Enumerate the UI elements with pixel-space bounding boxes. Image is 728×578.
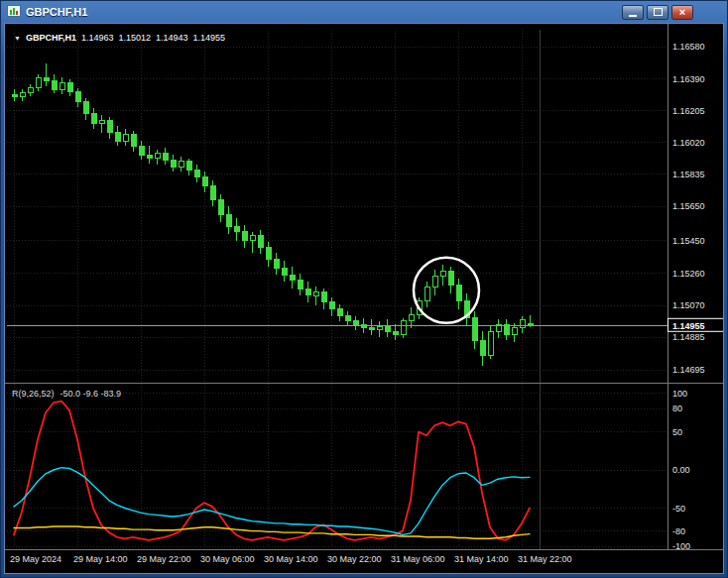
price-tick-label: 1.15260 <box>672 269 705 279</box>
price-tick-label: 1.15835 <box>672 170 705 179</box>
candle-body <box>52 81 57 90</box>
oscillator-tick-label: 80 <box>672 404 682 413</box>
candle-body <box>44 77 49 81</box>
price-tick-label: 1.16205 <box>672 106 705 116</box>
time-axis-label: 31 May 06:00 <box>391 554 445 564</box>
candle-body <box>226 215 231 227</box>
oscillator-lines <box>14 402 530 540</box>
price-tick-label: 1.16390 <box>672 74 705 84</box>
ohlc-close-value: 1.14955 <box>193 33 226 43</box>
candle-body <box>210 185 215 199</box>
grid-lines <box>7 30 667 549</box>
price-tick-label: 1.16580 <box>672 42 705 52</box>
chart-plot[interactable]: 1.165801.163901.162051.160201.158351.156… <box>5 24 724 574</box>
candle-body <box>234 227 239 232</box>
candle-body <box>123 134 128 141</box>
time-axis-label: 30 May 22:00 <box>327 554 382 564</box>
candle-body <box>186 162 191 171</box>
candle-body <box>393 331 398 335</box>
candle-body <box>504 324 509 334</box>
oscillator-tick-label: 50 <box>672 427 682 437</box>
candle-body <box>480 340 485 356</box>
candle-body <box>274 260 279 269</box>
candle-body <box>512 328 517 335</box>
candle-body <box>472 318 477 341</box>
candle-body <box>99 120 104 124</box>
candle-body <box>139 146 144 155</box>
candle-body <box>425 287 429 300</box>
price-tick-label: 1.16020 <box>672 138 705 148</box>
candle-body <box>488 331 493 355</box>
indicator-values: -50.0 -9.6 -83.9 <box>61 389 122 399</box>
candle-body <box>337 309 342 316</box>
time-axis-label: 31 May 14:00 <box>454 554 509 564</box>
oscillator-tick-label: 100 <box>672 389 687 399</box>
candle-body <box>409 314 414 321</box>
restore-button[interactable] <box>647 5 668 20</box>
time-axis-label: 29 May 2024 <box>10 554 61 564</box>
ohlc-low-value: 1.14943 <box>156 33 188 43</box>
collapse-arrow-icon[interactable]: ▼ <box>14 35 21 42</box>
chart-symbol-label: GBPCHF,H1 <box>26 33 76 43</box>
candle-body <box>250 235 255 240</box>
chart-client-area: 1.165801.163901.162051.160201.158351.156… <box>4 23 724 574</box>
candle-body <box>60 82 64 89</box>
price-tick-label: 1.14695 <box>672 365 705 375</box>
candle-body <box>313 292 318 296</box>
candle-body <box>20 93 25 97</box>
candle-body <box>194 171 199 177</box>
oscillator-tick-label: -50 <box>672 504 685 514</box>
candle-body <box>28 88 33 93</box>
candle-body <box>115 133 120 142</box>
candle-body <box>36 77 41 87</box>
candle-body <box>171 160 176 167</box>
candle-body <box>266 248 271 260</box>
candle-body <box>282 268 287 275</box>
candle-body <box>91 114 96 124</box>
axis-labels: 1.165801.163901.162051.160201.158351.156… <box>10 42 705 564</box>
candle-body <box>258 235 263 247</box>
close-icon: × <box>679 7 685 18</box>
price-tick-label: 1.15450 <box>672 236 705 246</box>
time-axis-label: 29 May 22:00 <box>137 554 191 564</box>
candle-body <box>202 177 207 186</box>
chart-window: GBPCHF,H1 × 1.165801.163901.162051.16020… <box>0 0 728 578</box>
candle-body <box>155 153 160 158</box>
candle-body <box>131 134 136 146</box>
candle-body <box>353 321 358 325</box>
chart-info-line: ▼ GBPCHF,H1 1.14963 1.15012 1.14943 1.14… <box>14 33 225 43</box>
price-tick-label: 1.15070 <box>672 300 705 310</box>
ohlc-high-value: 1.15012 <box>119 33 152 43</box>
time-axis-label: 30 May 06:00 <box>200 554 255 564</box>
time-axis-label: 30 May 14:00 <box>264 554 318 564</box>
window-title: GBPCHF,H1 <box>26 6 87 18</box>
minimize-icon <box>629 15 637 17</box>
candle-body <box>12 94 17 96</box>
time-axis-label: 31 May 22:00 <box>518 554 572 564</box>
candle-body <box>290 275 295 280</box>
candle-body <box>163 153 168 160</box>
minimize-button[interactable] <box>622 5 644 20</box>
close-button[interactable]: × <box>671 5 693 20</box>
oscillator-tick-label: -80 <box>672 526 685 536</box>
candle-body <box>520 319 525 328</box>
ohlc-open-value: 1.14963 <box>81 33 114 43</box>
oscillator-line-slow <box>14 526 530 538</box>
candle-body <box>401 321 406 335</box>
candle-body <box>385 326 390 331</box>
title-bar[interactable]: GBPCHF,H1 × <box>2 2 726 22</box>
price-tick-label: 1.14885 <box>672 332 705 342</box>
chart-window-icon <box>7 3 21 21</box>
candle-body <box>147 155 152 159</box>
candle-body <box>329 302 334 309</box>
oscillator-line-fast <box>14 402 530 540</box>
candle-body <box>377 326 382 330</box>
candle-body <box>242 232 247 241</box>
candle-body <box>321 292 326 302</box>
indicator-label: R(9,26,52) -50.0 -9.6 -83.9 <box>12 389 121 399</box>
window-controls: × <box>622 5 693 20</box>
indicator-name: R(9,26,52) <box>12 389 55 399</box>
candle-body <box>75 91 80 101</box>
candle-body <box>440 272 445 277</box>
oscillator-tick-label: -100 <box>672 541 690 551</box>
